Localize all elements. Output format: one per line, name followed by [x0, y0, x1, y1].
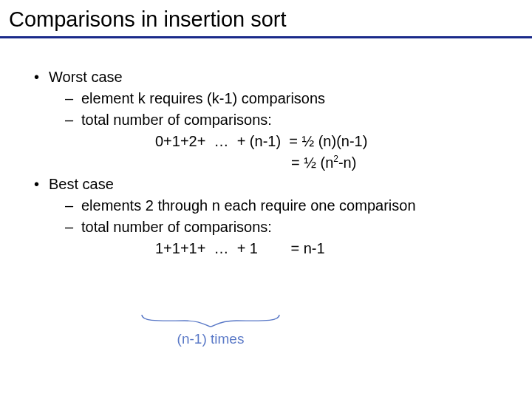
bullet-text: Worst case	[49, 66, 123, 88]
subbullet-best-2: –total number of comparisons:	[65, 216, 532, 238]
subbullet-text: element k requires (k-1) comparisons	[81, 90, 325, 106]
curly-brace-icon	[140, 313, 281, 328]
subbullet-best-1: –elements 2 through n each require one c…	[65, 195, 532, 216]
bullet-dash: –	[65, 109, 81, 131]
bullet-dot: •	[34, 174, 49, 195]
slide-title: Comparisons in insertion sort	[0, 0, 532, 36]
subbullet-worst-2: –total number of comparisons:	[65, 109, 532, 131]
bullet-worst-case: •Worst case	[34, 66, 532, 88]
bullet-dash: –	[65, 88, 81, 109]
equation-worst-2: = ½ (n2-n)	[291, 152, 532, 174]
brace-annotation: (n-1) times	[140, 313, 281, 347]
bullet-dash: –	[65, 195, 81, 216]
bullet-best-case: •Best case	[34, 174, 532, 195]
brace-label: (n-1) times	[140, 331, 281, 347]
subbullet-text: elements 2 through n each require one co…	[81, 197, 416, 214]
bullet-dash: –	[65, 216, 81, 238]
subbullet-text: total number of comparisons:	[81, 219, 272, 235]
equation-worst-1: 0+1+2+ … + (n-1) = ½ (n)(n-1)	[155, 131, 532, 152]
bullet-text: Best case	[49, 174, 114, 195]
bullet-dot: •	[34, 66, 49, 88]
subbullet-text: total number of comparisons:	[81, 112, 272, 128]
slide-body: •Worst case –element k requires (k-1) co…	[0, 38, 532, 259]
equation-best-1: 1+1+1+ … + 1 = n-1	[155, 238, 532, 259]
subbullet-worst-1: –element k requires (k-1) comparisons	[65, 88, 532, 109]
